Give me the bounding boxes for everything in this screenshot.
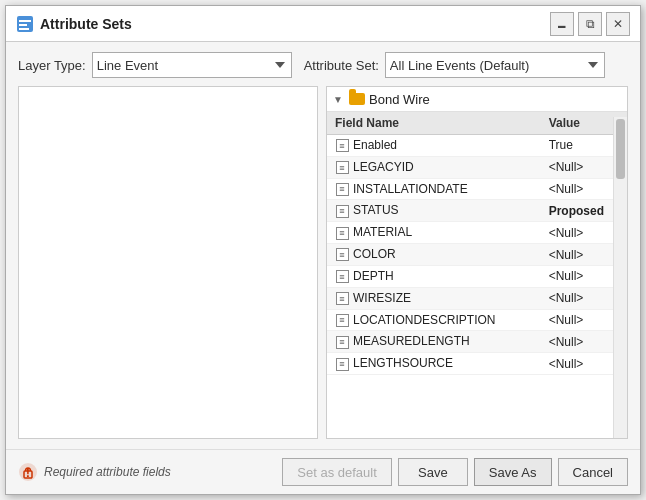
field-row-icon: ≡ xyxy=(335,313,349,327)
field-name-cell: ≡LENGTHSOURCE xyxy=(327,353,541,375)
set-as-default-button[interactable]: Set as default xyxy=(282,458,392,486)
tree-node-label: Bond Wire xyxy=(369,92,430,107)
save-button[interactable]: Save xyxy=(398,458,468,486)
field-icon-shape: ≡ xyxy=(336,205,349,218)
main-panels: ▼ Bond Wire Field Name Value xyxy=(18,86,628,439)
field-row-icon: ≡ xyxy=(335,182,349,196)
table-row[interactable]: ≡LEGACYID<Null> xyxy=(327,156,627,178)
field-row-icon: ≡ xyxy=(335,139,349,153)
svg-rect-3 xyxy=(19,28,29,30)
field-name-text: LENGTHSOURCE xyxy=(353,356,453,370)
field-name-text: MATERIAL xyxy=(353,225,412,239)
field-icon-shape: ≡ xyxy=(336,336,349,349)
field-icon-shape: ≡ xyxy=(336,358,349,371)
field-name-cell: ≡MATERIAL xyxy=(327,222,541,244)
field-name-cell: ≡DEPTH xyxy=(327,265,541,287)
field-icon-shape: ≡ xyxy=(336,139,349,152)
field-row-icon: ≡ xyxy=(335,248,349,262)
minimize-icon: 🗕 xyxy=(556,17,568,31)
field-icon-shape: ≡ xyxy=(336,183,349,196)
bottom-area: ! Required attribute fields Set as defau… xyxy=(6,449,640,494)
field-name-text: WIRESIZE xyxy=(353,291,411,305)
app-icon xyxy=(16,15,34,33)
field-icon-shape: ≡ xyxy=(336,270,349,283)
save-as-button[interactable]: Save As xyxy=(474,458,552,486)
field-name-cell: ≡LOCATIONDESCRIPTION xyxy=(327,309,541,331)
field-name-text: MEASUREDLENGTH xyxy=(353,334,470,348)
table-row[interactable]: ≡STATUSProposed xyxy=(327,200,627,222)
title-controls: 🗕 ⧉ ✕ xyxy=(550,12,630,36)
field-name-text: DEPTH xyxy=(353,269,394,283)
bottom-buttons: Set as default Save Save As Cancel xyxy=(282,458,628,486)
table-row[interactable]: ≡WIRESIZE<Null> xyxy=(327,287,627,309)
field-row-icon: ≡ xyxy=(335,357,349,371)
folder-icon xyxy=(349,91,365,107)
table-header-row: Field Name Value xyxy=(327,112,627,135)
tree-header: ▼ Bond Wire xyxy=(327,87,627,112)
col-field-name: Field Name xyxy=(327,112,541,135)
table-container[interactable]: Field Name Value ≡EnabledTrue≡LEGACYID<N… xyxy=(327,112,627,438)
svg-rect-1 xyxy=(19,20,31,22)
attribute-set-select[interactable]: All Line Events (Default) xyxy=(385,52,605,78)
title-bar: Attribute Sets 🗕 ⧉ ✕ xyxy=(6,6,640,42)
scrollbar-thumb[interactable] xyxy=(616,119,625,179)
attribute-sets-dialog: Attribute Sets 🗕 ⧉ ✕ Layer Type: Line Ev… xyxy=(5,5,641,495)
field-icon-shape: ≡ xyxy=(336,314,349,327)
right-panel: ▼ Bond Wire Field Name Value xyxy=(326,86,628,439)
field-row-icon: ≡ xyxy=(335,204,349,218)
field-name-text: INSTALLATIONDATE xyxy=(353,182,468,196)
table-row[interactable]: ≡LENGTHSOURCE<Null> xyxy=(327,353,627,375)
required-text: Required attribute fields xyxy=(44,465,171,479)
field-icon-shape: ≡ xyxy=(336,292,349,305)
field-icon-shape: ≡ xyxy=(336,248,349,261)
attribute-set-group: Attribute Set: All Line Events (Default) xyxy=(304,52,605,78)
field-name-cell: ≡MEASUREDLENGTH xyxy=(327,331,541,353)
required-icon: ! xyxy=(18,462,38,482)
layer-type-label: Layer Type: xyxy=(18,58,86,73)
title-bar-left: Attribute Sets xyxy=(16,15,132,33)
field-name-text: LOCATIONDESCRIPTION xyxy=(353,313,495,327)
cancel-button[interactable]: Cancel xyxy=(558,458,628,486)
table-row[interactable]: ≡COLOR<Null> xyxy=(327,244,627,266)
field-name-cell: ≡LEGACYID xyxy=(327,156,541,178)
field-name-text: STATUS xyxy=(353,203,399,217)
left-panel xyxy=(18,86,318,439)
scrollbar-track[interactable] xyxy=(613,117,627,438)
minimize-button[interactable]: 🗕 xyxy=(550,12,574,36)
close-icon: ✕ xyxy=(613,17,623,31)
table-row[interactable]: ≡MATERIAL<Null> xyxy=(327,222,627,244)
field-name-cell: ≡Enabled xyxy=(327,135,541,157)
field-row-icon: ≡ xyxy=(335,335,349,349)
folder-shape xyxy=(349,93,365,105)
svg-rect-2 xyxy=(19,24,27,26)
field-row-icon: ≡ xyxy=(335,270,349,284)
restore-button[interactable]: ⧉ xyxy=(578,12,602,36)
field-name-text: Enabled xyxy=(353,138,397,152)
close-button[interactable]: ✕ xyxy=(606,12,630,36)
field-name-cell: ≡INSTALLATIONDATE xyxy=(327,178,541,200)
table-row[interactable]: ≡LOCATIONDESCRIPTION<Null> xyxy=(327,309,627,331)
field-icon-shape: ≡ xyxy=(336,227,349,240)
field-row-icon: ≡ xyxy=(335,226,349,240)
table-row[interactable]: ≡DEPTH<Null> xyxy=(327,265,627,287)
field-name-cell: ≡STATUS xyxy=(327,200,541,222)
table-row[interactable]: ≡EnabledTrue xyxy=(327,135,627,157)
attribute-set-label: Attribute Set: xyxy=(304,58,379,73)
field-row-icon: ≡ xyxy=(335,292,349,306)
field-name-cell: ≡WIRESIZE xyxy=(327,287,541,309)
dialog-title: Attribute Sets xyxy=(40,16,132,32)
field-name-cell: ≡COLOR xyxy=(327,244,541,266)
field-row-icon: ≡ xyxy=(335,161,349,175)
attribute-table: Field Name Value ≡EnabledTrue≡LEGACYID<N… xyxy=(327,112,627,375)
top-row: Layer Type: Line Event Attribute Set: Al… xyxy=(18,52,628,78)
tree-expand-icon[interactable]: ▼ xyxy=(333,93,345,105)
table-row[interactable]: ≡MEASUREDLENGTH<Null> xyxy=(327,331,627,353)
field-icon-shape: ≡ xyxy=(336,161,349,174)
restore-icon: ⧉ xyxy=(586,17,595,31)
field-name-text: COLOR xyxy=(353,247,396,261)
content-area: Layer Type: Line Event Attribute Set: Al… xyxy=(6,42,640,449)
required-info: ! Required attribute fields xyxy=(18,462,274,482)
layer-type-select[interactable]: Line Event xyxy=(92,52,292,78)
table-row[interactable]: ≡INSTALLATIONDATE<Null> xyxy=(327,178,627,200)
layer-type-group: Layer Type: Line Event xyxy=(18,52,292,78)
